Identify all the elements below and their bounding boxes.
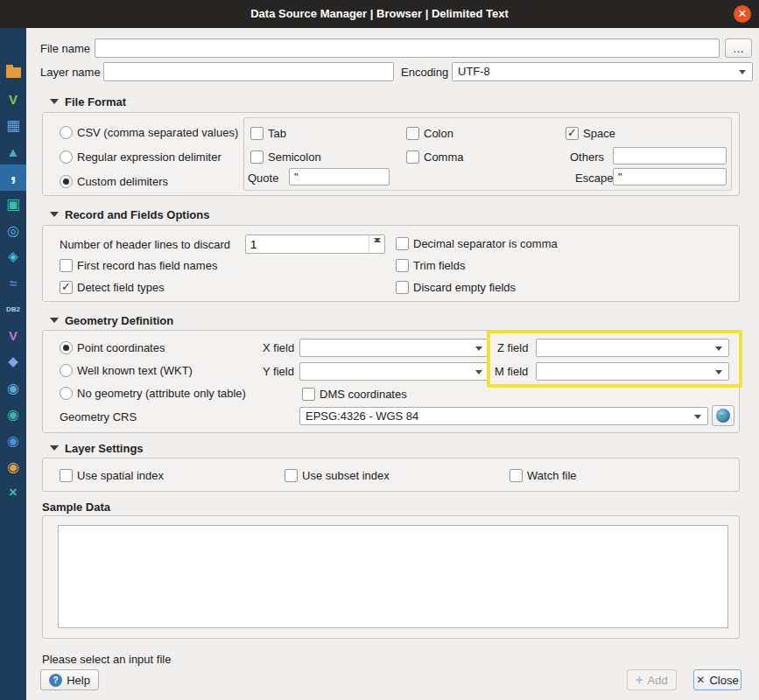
sidebar-item-wms-wmts[interactable]: ◉: [0, 374, 26, 401]
sidebar-item-sap-hana[interactable]: ◆: [0, 348, 26, 374]
header-lines-input[interactable]: [246, 235, 368, 253]
record-options-title: Record and Fields Options: [65, 208, 209, 222]
sidebar-item-browser[interactable]: [0, 60, 26, 86]
no-geometry-radio-label: No geometry (attribute only table): [77, 387, 246, 401]
spatialite-icon: ◈: [8, 248, 18, 264]
colon-checkbox[interactable]: [406, 127, 419, 140]
layer-settings-collapse-icon[interactable]: [50, 445, 59, 451]
sidebar-item-raster[interactable]: ▦: [0, 112, 26, 138]
file-format-title: File Format: [65, 95, 126, 109]
escape-label: Escape: [575, 172, 613, 186]
sidebar-item-spatialite[interactable]: ◈: [0, 243, 26, 270]
layer-name-input[interactable]: [103, 62, 394, 81]
comma-checkbox-label: Comma: [424, 150, 464, 164]
help-icon: ?: [49, 674, 62, 687]
semicolon-checkbox[interactable]: [250, 150, 264, 164]
sidebar-item-arcgis-rest[interactable]: ◉: [0, 453, 26, 480]
geometry-collapse-icon[interactable]: [50, 318, 59, 323]
geopackage-icon: ▣: [6, 195, 20, 214]
header-lines-spinbox[interactable]: [245, 234, 385, 254]
dms-coordinates-checkbox[interactable]: [302, 388, 315, 401]
others-input[interactable]: [613, 147, 727, 164]
sidebar-item-delimited-text[interactable]: ,: [0, 164, 26, 191]
close-button[interactable]: ✕ Close: [693, 669, 741, 690]
source-type-sidebar: V ▦ ▲ , ▣ ◎ ◈ ≈ DB2 V ◆ ◉ ◉ ◉ ◉ ×: [0, 28, 26, 700]
subset-index-label: Use subset index: [302, 469, 390, 483]
header-lines-label: Number of header lines to discard: [60, 238, 230, 252]
arcgis-rest-icon: ◉: [7, 458, 19, 475]
wcs-icon: ◉: [7, 406, 19, 423]
sidebar-item-gps[interactable]: ◎: [0, 217, 26, 243]
sidebar-item-db2[interactable]: DB2: [0, 296, 26, 322]
wkt-radio-label: Well known text (WKT): [77, 364, 193, 378]
file-browse-button[interactable]: …: [725, 38, 752, 58]
tab-checkbox[interactable]: [250, 127, 264, 140]
custom-delimiters-radio[interactable]: [60, 175, 73, 188]
y-field-select[interactable]: [299, 362, 489, 381]
sample-data-view: [58, 525, 728, 628]
watch-file-checkbox[interactable]: [510, 469, 523, 482]
first-record-label: First record has field names: [77, 259, 217, 273]
wfs-icon: ◉: [7, 432, 19, 449]
detect-types-checkbox[interactable]: [60, 281, 73, 294]
geometry-crs-value: EPSG:4326 - WGS 84: [306, 409, 418, 424]
data-source-manager-dialog: Data Source Manager | Browser | Delimite…: [0, 0, 759, 700]
geometry-crs-select[interactable]: EPSG:4326 - WGS 84: [299, 407, 708, 425]
comma-checkbox[interactable]: [406, 150, 419, 164]
sidebar-item-geopackage[interactable]: ▣: [0, 191, 26, 217]
window-close-button[interactable]: ✕: [734, 5, 751, 23]
file-format-collapse-icon[interactable]: [50, 99, 59, 104]
trim-fields-checkbox[interactable]: [396, 259, 409, 272]
sidebar-item-vector[interactable]: V: [0, 86, 26, 112]
help-button-label: Help: [67, 674, 90, 687]
titlebar[interactable]: Data Source Manager | Browser | Delimite…: [0, 0, 759, 28]
tab-checkbox-label: Tab: [268, 127, 286, 141]
trim-fields-label: Trim fields: [413, 259, 465, 273]
sidebar-item-wfs[interactable]: ◉: [0, 427, 26, 453]
add-button[interactable]: + Add: [627, 669, 677, 690]
record-options-collapse-icon[interactable]: [50, 212, 59, 217]
others-label: Others: [570, 150, 604, 164]
first-record-checkbox[interactable]: [60, 259, 73, 272]
watch-file-label: Watch file: [527, 469, 577, 483]
postgresql-icon: ≈: [10, 276, 17, 290]
space-checkbox-label: Space: [583, 127, 615, 141]
layer-settings-title: Layer Settings: [65, 442, 144, 456]
close-button-label: Close: [709, 674, 738, 687]
help-button[interactable]: ? Help: [40, 669, 99, 690]
geometry-crs-label: Geometry CRS: [60, 410, 137, 424]
escape-input[interactable]: [613, 168, 727, 186]
sidebar-item-wcs[interactable]: ◉: [0, 401, 26, 427]
spin-down-icon[interactable]: [369, 235, 384, 244]
encoding-select[interactable]: UTF-8: [452, 62, 753, 81]
file-name-label: File name: [40, 42, 90, 56]
add-icon: +: [636, 674, 643, 686]
sidebar-item-virtual-layer[interactable]: V: [0, 322, 26, 348]
spatial-index-label: Use spatial index: [77, 469, 164, 483]
custom-delimiters-radio-label: Custom delimiters: [77, 175, 168, 189]
crs-picker-button[interactable]: [712, 405, 734, 426]
layer-name-label: Layer name: [40, 66, 101, 80]
x-field-select[interactable]: [299, 339, 489, 357]
add-button-label: Add: [648, 674, 668, 687]
subset-index-checkbox[interactable]: [285, 469, 298, 482]
m-field-select[interactable]: [536, 362, 729, 381]
z-field-select[interactable]: [536, 339, 729, 357]
quote-label: Quote: [248, 172, 278, 186]
discard-empty-checkbox[interactable]: [396, 281, 409, 294]
quote-input[interactable]: [289, 168, 390, 186]
point-coordinates-radio[interactable]: [60, 341, 73, 354]
encoding-label: Encoding: [401, 66, 448, 80]
sidebar-item-vector-tile[interactable]: ×: [0, 480, 26, 506]
discard-empty-label: Discard empty fields: [413, 281, 516, 295]
file-name-input[interactable]: [95, 38, 720, 58]
decimal-comma-checkbox[interactable]: [396, 237, 409, 250]
wkt-radio[interactable]: [60, 364, 73, 377]
sidebar-item-postgresql[interactable]: ≈: [0, 270, 26, 296]
raster-icon: ▦: [6, 116, 20, 135]
space-checkbox[interactable]: [566, 127, 579, 140]
no-geometry-radio[interactable]: [60, 387, 73, 400]
regex-radio[interactable]: [60, 150, 73, 164]
csv-radio[interactable]: [60, 126, 73, 139]
spatial-index-checkbox[interactable]: [60, 469, 73, 482]
